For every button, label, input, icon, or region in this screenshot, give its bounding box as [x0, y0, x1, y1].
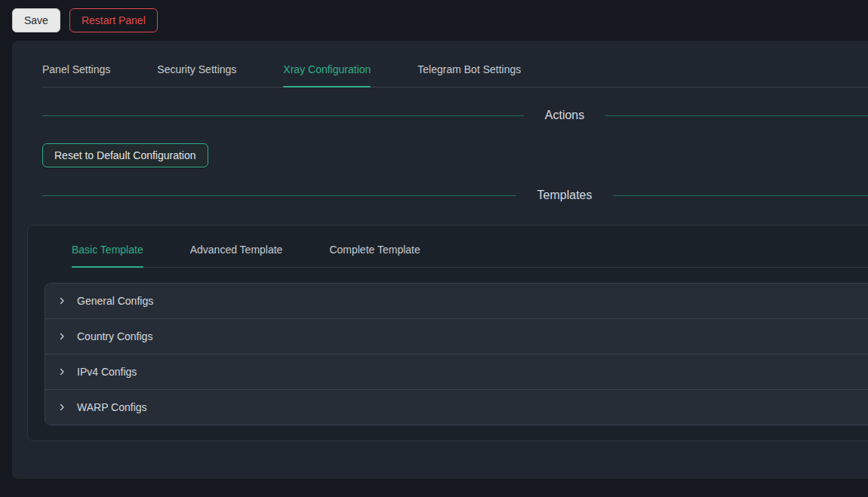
templates-divider-label: Templates — [516, 189, 614, 202]
divider-line — [605, 115, 868, 116]
tab-telegram-bot-settings[interactable]: Telegram Bot Settings — [417, 63, 521, 87]
chevron-right-icon — [57, 296, 66, 305]
divider-line — [42, 195, 516, 196]
collapse-item-label: Country Configs — [77, 330, 152, 342]
main-tabbar: Panel Settings Security Settings Xray Co… — [42, 41, 868, 87]
collapse-item-label: WARP Configs — [77, 401, 147, 413]
configs-collapse: General Configs Country Configs IPv4 Con… — [45, 283, 868, 425]
actions-divider-label: Actions — [524, 109, 605, 122]
divider-line — [42, 115, 524, 116]
save-button[interactable]: Save — [12, 8, 60, 32]
collapse-item-label: General Configs — [77, 295, 153, 307]
collapse-item-warp-configs[interactable]: WARP Configs — [45, 390, 868, 425]
actions-divider: Actions — [42, 109, 868, 122]
tab-complete-template[interactable]: Complete Template — [329, 244, 420, 267]
topbar: Save Restart Panel — [0, 0, 868, 41]
tab-basic-template[interactable]: Basic Template — [72, 244, 143, 267]
collapse-item-general-configs[interactable]: General Configs — [45, 284, 868, 319]
settings-card: Panel Settings Security Settings Xray Co… — [12, 41, 868, 479]
tab-xray-configuration[interactable]: Xray Configuration — [283, 63, 371, 87]
tab-security-settings[interactable]: Security Settings — [157, 63, 236, 87]
divider-line — [613, 195, 868, 196]
templates-card: Basic Template Advanced Template Complet… — [27, 225, 868, 441]
templates-divider: Templates — [42, 189, 868, 202]
actions-row: Reset to Default Configuration — [42, 143, 868, 167]
tab-advanced-template[interactable]: Advanced Template — [190, 244, 283, 267]
collapse-item-country-configs[interactable]: Country Configs — [45, 319, 868, 354]
template-tabbar: Basic Template Advanced Template Complet… — [72, 244, 868, 268]
chevron-right-icon — [57, 332, 66, 341]
collapse-item-ipv4-configs[interactable]: IPv4 Configs — [45, 354, 868, 390]
chevron-right-icon — [57, 367, 66, 376]
tab-panel-settings[interactable]: Panel Settings — [42, 63, 110, 87]
reset-default-configuration-button[interactable]: Reset to Default Configuration — [42, 143, 208, 167]
chevron-right-icon — [57, 403, 66, 412]
collapse-item-label: IPv4 Configs — [77, 366, 137, 378]
restart-panel-button[interactable]: Restart Panel — [69, 8, 158, 32]
